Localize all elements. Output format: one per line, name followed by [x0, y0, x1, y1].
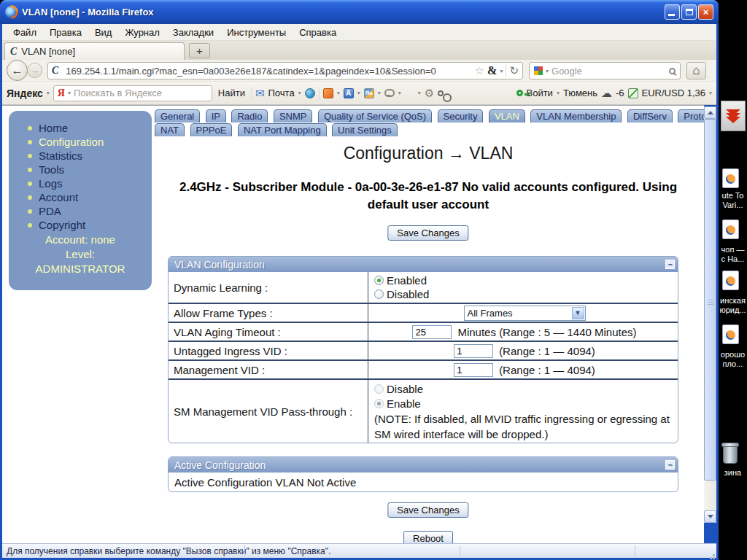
- sidebar-item-logs[interactable]: Logs: [9, 176, 152, 190]
- radio-label[interactable]: Disable: [387, 383, 423, 395]
- save-changes-button-top[interactable]: Save Changes: [387, 225, 468, 241]
- gear-icon[interactable]: ⚙: [425, 87, 434, 100]
- search-placeholder[interactable]: Google: [551, 66, 666, 77]
- radio-label[interactable]: Enabled: [387, 274, 427, 287]
- yandex-brand[interactable]: Яндекс: [7, 88, 43, 99]
- weather-city[interactable]: Тюмень: [563, 88, 597, 98]
- yandex-find-button[interactable]: Найти: [216, 88, 247, 98]
- maximize-icon: [686, 9, 693, 15]
- menu-tools[interactable]: Инструменты: [220, 26, 293, 39]
- passthrough-enable-radio[interactable]: [374, 399, 384, 408]
- url-bar[interactable]: C 169.254.1.1/main.cgi?mac_esn=0a003e26e…: [47, 62, 523, 79]
- widgets-icon[interactable]: [405, 88, 414, 98]
- forward-button[interactable]: →: [27, 63, 42, 78]
- chevron-down-icon[interactable]: ▾: [500, 68, 503, 74]
- desktop-icon-label[interactable]: инская юрид...: [719, 296, 747, 315]
- sidebar-item-configuration[interactable]: Configuration: [9, 135, 152, 149]
- chevron-down-icon[interactable]: ▾: [47, 90, 50, 96]
- menu-bookmarks[interactable]: Закладки: [166, 26, 220, 39]
- chevron-down-icon[interactable]: ▾: [298, 90, 301, 96]
- page-scrollbar[interactable]: [704, 106, 716, 523]
- reload-icon[interactable]: ↻: [509, 64, 519, 77]
- recycle-bin-icon[interactable]: [723, 445, 738, 464]
- firefox-document-icon[interactable]: [722, 324, 739, 344]
- collapse-button[interactable]: −: [665, 460, 675, 470]
- collapse-button[interactable]: −: [665, 260, 675, 269]
- menu-edit[interactable]: Правка: [43, 26, 88, 39]
- divider: [319, 87, 320, 100]
- titlebar[interactable]: VLAN [none] - Mozilla Firefox ×: [0, 0, 719, 24]
- chevron-down-icon[interactable]: ▾: [68, 90, 71, 96]
- url-text[interactable]: 169.254.1.1/main.cgi?mac_esn=0a003e26e18…: [66, 66, 471, 77]
- browser-tab[interactable]: C VLAN [none]: [4, 42, 185, 60]
- chevron-down-icon[interactable]: ▾: [357, 90, 360, 96]
- yandex-search-placeholder[interactable]: Поискать в Яндексе: [74, 88, 208, 98]
- select-arrow-icon[interactable]: ▼: [572, 307, 584, 319]
- vlan-aging-timeout-input[interactable]: [412, 325, 452, 339]
- menu-history[interactable]: Журнал: [118, 26, 166, 39]
- radio-label[interactable]: Enable: [387, 397, 421, 410]
- yandex-search-input[interactable]: Я ▾ Поискать в Яндексе: [53, 85, 212, 101]
- management-vid-input[interactable]: [454, 363, 493, 377]
- recycle-bin-label[interactable]: зина: [719, 468, 747, 478]
- menu-help[interactable]: Справка: [293, 26, 343, 39]
- back-button[interactable]: ←: [7, 60, 28, 81]
- flashget-desktop-icon[interactable]: [721, 101, 746, 131]
- desktop-icon-label[interactable]: ute To Vari...: [719, 191, 747, 210]
- scroll-down-button[interactable]: [704, 510, 716, 523]
- login-label[interactable]: Войти: [527, 88, 553, 98]
- dictionary-icon[interactable]: А: [344, 88, 354, 98]
- sidebar-item-pda[interactable]: PDA: [9, 204, 152, 218]
- sidebar-item-copyright[interactable]: Copyright: [9, 218, 152, 232]
- search-icon[interactable]: [669, 68, 676, 74]
- resize-grip[interactable]: [706, 548, 716, 557]
- close-button[interactable]: ×: [698, 4, 713, 20]
- chevron-down-icon[interactable]: ▾: [557, 90, 560, 96]
- passthrough-disable-radio[interactable]: [374, 384, 384, 394]
- chevron-down-icon[interactable]: ▾: [378, 90, 381, 96]
- firefox-document-icon[interactable]: [722, 168, 739, 188]
- services-icon[interactable]: [323, 88, 333, 98]
- search-box[interactable]: ▾ Google: [529, 62, 681, 79]
- menu-view[interactable]: Вид: [88, 26, 119, 39]
- scroll-up-button[interactable]: [704, 106, 716, 119]
- link-icon[interactable]: [438, 90, 444, 96]
- sidebar-item-account[interactable]: Account: [9, 190, 152, 204]
- chevron-down-icon[interactable]: ▾: [546, 68, 549, 74]
- allow-frame-types-select[interactable]: All Frames ▼: [464, 306, 586, 321]
- mail-icon[interactable]: ✉: [255, 87, 265, 100]
- comments-icon[interactable]: [384, 89, 395, 97]
- chevron-down-icon[interactable]: ▾: [337, 90, 340, 96]
- chevron-down-icon[interactable]: ▾: [709, 90, 712, 96]
- passthrough-note: (NOTE: If disabled, all MVID traffic ing…: [374, 411, 675, 442]
- untagged-ingress-vid-input[interactable]: [454, 344, 493, 358]
- mail-label[interactable]: Почта: [268, 88, 295, 98]
- firefox-document-icon[interactable]: [722, 219, 739, 239]
- desktop-icon-label[interactable]: чоп — с На...: [719, 245, 747, 264]
- menu-file[interactable]: Файл: [7, 26, 43, 39]
- minimize-button[interactable]: [665, 4, 680, 20]
- chevron-down-icon[interactable]: ▾: [398, 90, 401, 96]
- firefox-document-icon[interactable]: [722, 271, 739, 290]
- sidebar-item-statistics[interactable]: Statistics: [9, 149, 152, 163]
- weather-temperature[interactable]: -6: [616, 88, 624, 98]
- home-button[interactable]: ⌂: [686, 62, 706, 79]
- sidebar-item-tools[interactable]: Tools: [9, 163, 152, 176]
- bookmark-star-icon[interactable]: ☆: [475, 64, 484, 77]
- login-key-icon[interactable]: [516, 90, 523, 96]
- translate-icon[interactable]: Яa: [364, 88, 374, 98]
- sidebar-item-home[interactable]: Home: [9, 121, 152, 135]
- scrollbar-thumb[interactable]: [704, 119, 716, 481]
- save-changes-button-bottom[interactable]: Save Changes: [387, 502, 468, 518]
- maximize-button[interactable]: [681, 4, 697, 20]
- currency-rate[interactable]: EUR/USD 1,36: [642, 88, 705, 98]
- dynamic-learning-enabled-radio[interactable]: [374, 276, 384, 285]
- globe-icon[interactable]: [305, 88, 315, 98]
- radio-label[interactable]: Disabled: [387, 288, 429, 300]
- dynamic-learning-disabled-radio[interactable]: [374, 289, 384, 299]
- addon-ampersand-icon[interactable]: &: [487, 64, 497, 77]
- new-tab-button[interactable]: +: [189, 43, 210, 58]
- reboot-button[interactable]: Reboot: [403, 531, 453, 543]
- chevron-down-icon[interactable]: ▾: [418, 90, 421, 96]
- desktop-icon-label[interactable]: орошо пло...: [719, 350, 747, 369]
